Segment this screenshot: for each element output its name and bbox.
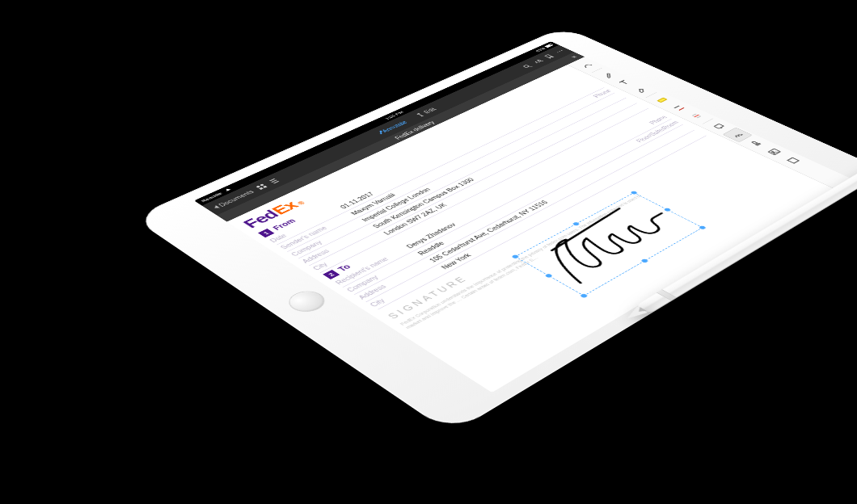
- from-sender-label: Sender's name: [279, 212, 356, 250]
- chevron-left-icon: [213, 205, 220, 209]
- to-company-label: Company: [345, 252, 423, 292]
- svg-point-7: [561, 50, 563, 51]
- to-city-label: City: [369, 267, 446, 308]
- brand-registered: ®: [296, 200, 306, 206]
- svg-point-4: [523, 65, 530, 68]
- signature-icon: [516, 193, 702, 296]
- svg-rect-3: [263, 186, 268, 188]
- svg-rect-8: [657, 98, 666, 103]
- to-address-label: Address: [357, 259, 435, 300]
- brand-part2: Ex: [268, 199, 302, 217]
- svg-rect-2: [259, 187, 264, 190]
- disclaimer-text: FedEx Corporation understands the import…: [399, 187, 660, 330]
- section-from-number: 1: [258, 229, 274, 237]
- svg-point-5: [557, 52, 559, 52]
- grid-icon[interactable]: [255, 183, 268, 191]
- svg-rect-0: [255, 186, 260, 188]
- outline-icon[interactable]: [267, 178, 281, 185]
- carrier-label: Readdle: [200, 191, 223, 203]
- brand-part1: Fed: [239, 208, 283, 231]
- signature-selection[interactable]: [515, 192, 703, 296]
- from-address-label: Address: [301, 225, 378, 264]
- home-button[interactable]: [281, 287, 331, 316]
- svg-point-6: [559, 51, 560, 52]
- search-icon[interactable]: [521, 64, 534, 69]
- section-to-title: To: [336, 263, 353, 273]
- from-city-label: City: [311, 232, 388, 271]
- pen-icon: [380, 131, 382, 134]
- section-to-number: 2: [323, 270, 340, 279]
- screen: Readdle 1:01 PM 83% Documents: [194, 41, 851, 393]
- to-recipient-label: Recipient's name: [334, 246, 412, 286]
- more-icon[interactable]: [554, 48, 566, 54]
- section-from-title: From: [271, 217, 298, 231]
- svg-rect-9: [714, 124, 724, 129]
- close-icon[interactable]: ×: [569, 55, 579, 59]
- document-page[interactable]: FedEx® 1 From Date01.11.2017 Sender's na…: [227, 65, 834, 393]
- svg-rect-1: [260, 184, 264, 187]
- from-date-label: Date: [268, 206, 344, 243]
- svg-rect-12: [787, 158, 799, 163]
- ipad-device: Readdle 1:01 PM 83% Documents: [132, 27, 857, 434]
- bookmark-icon[interactable]: [543, 53, 555, 59]
- text-size-icon[interactable]: AA: [532, 59, 544, 65]
- from-company-label: Company: [289, 219, 366, 257]
- tab-edit-label: Edit: [422, 107, 437, 114]
